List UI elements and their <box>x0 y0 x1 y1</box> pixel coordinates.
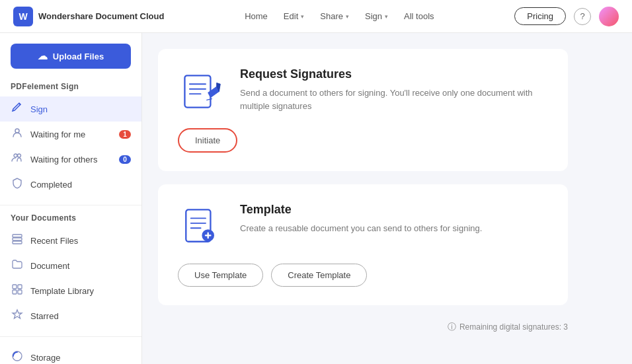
svg-point-10 <box>13 351 22 361</box>
svg-rect-5 <box>13 241 22 244</box>
star-icon <box>11 309 24 323</box>
sidebar-waiting-others-label: Waiting for others <box>30 155 97 164</box>
create-template-button[interactable]: Create Template <box>271 264 367 287</box>
header-right: Pricing ? <box>514 7 619 26</box>
sidebar-item-completed[interactable]: Completed <box>0 172 141 197</box>
request-signatures-icon-area <box>178 67 224 114</box>
sidebar-item-waiting-for-me[interactable]: Waiting for me 1 <box>0 122 141 147</box>
svg-rect-9 <box>18 290 22 294</box>
sidebar-starred-label: Starred <box>30 311 59 321</box>
svg-rect-3 <box>13 235 22 237</box>
content-footer: ⓘ Remaining digital signatures: 3 <box>158 318 568 333</box>
storage-icon <box>11 350 24 364</box>
brand-name: Wondershare Document Cloud <box>38 11 164 21</box>
sidebar-item-starred[interactable]: Starred <box>0 303 141 328</box>
recent-files-icon <box>11 233 24 248</box>
upload-icon: ☁ <box>38 50 48 62</box>
sidebar-divider-1 <box>0 205 141 205</box>
main-content: Request Signatures Send a document to ot… <box>142 33 632 364</box>
request-signatures-top: Request Signatures Send a document to ot… <box>178 67 548 114</box>
request-signatures-desc: Send a document to others for signing. Y… <box>240 87 548 112</box>
upload-files-button[interactable]: ☁ Upload Files <box>11 44 131 69</box>
sidebar-storage-label: Storage <box>30 353 61 363</box>
template-desc: Create a reusable document you can send … <box>240 222 548 235</box>
sign-icon <box>11 102 24 116</box>
request-signatures-actions: Initiate <box>178 128 548 153</box>
sidebar-template-library-label: Template Library <box>30 286 94 296</box>
request-signatures-title: Request Signatures <box>240 67 548 81</box>
template-title: Template <box>240 203 548 217</box>
info-icon: ⓘ <box>448 321 456 333</box>
sidebar: ☁ Upload Files PDFelement Sign Sign Wait… <box>0 33 142 364</box>
chevron-down-icon: ▾ <box>385 13 388 20</box>
template-actions: Use Template Create Template <box>178 264 548 287</box>
sidebar-item-document[interactable]: Document <box>0 253 141 278</box>
template-card: Template Create a reusable document you … <box>158 184 568 305</box>
svg-rect-6 <box>13 285 17 289</box>
brand-area: W Wondershare Document Cloud <box>13 7 164 26</box>
waiting-others-badge: 0 <box>119 155 131 164</box>
folder-icon <box>11 258 24 273</box>
sidebar-completed-label: Completed <box>30 180 72 190</box>
template-library-icon <box>11 283 24 298</box>
group-icon <box>11 152 24 166</box>
template-top: Template Create a reusable document you … <box>178 203 548 249</box>
help-icon[interactable]: ? <box>574 8 591 25</box>
svg-rect-11 <box>184 75 210 107</box>
request-signatures-card: Request Signatures Send a document to ot… <box>158 49 568 171</box>
waiting-me-badge: 1 <box>119 130 131 139</box>
your-documents-label: Your Documents <box>0 213 141 228</box>
shield-icon <box>11 177 24 192</box>
svg-rect-8 <box>13 290 17 294</box>
sidebar-item-template-library[interactable]: Template Library <box>0 278 141 303</box>
nav-sign[interactable]: Sign ▾ <box>365 11 388 21</box>
sidebar-recent-label: Recent Files <box>30 236 78 246</box>
sidebar-item-storage[interactable]: Storage <box>0 345 141 364</box>
sidebar-divider-2 <box>0 336 141 337</box>
sidebar-item-waiting-for-others[interactable]: Waiting for others 0 <box>0 147 141 172</box>
person-icon <box>11 127 24 141</box>
chevron-down-icon: ▾ <box>301 13 304 20</box>
remaining-signatures-text: Remaining digital signatures: 3 <box>459 322 568 332</box>
template-icon-area <box>178 203 224 249</box>
svg-point-1 <box>14 154 17 157</box>
svg-point-0 <box>15 129 19 133</box>
sidebar-item-recent-files[interactable]: Recent Files <box>0 228 141 253</box>
app-header: W Wondershare Document Cloud Home Edit ▾… <box>0 0 632 33</box>
sidebar-waiting-me-label: Waiting for me <box>30 129 85 139</box>
main-nav: Home Edit ▾ Share ▾ Sign ▾ All tools <box>245 11 434 21</box>
sidebar-document-label: Document <box>30 261 69 271</box>
sidebar-sign-label: Sign <box>30 104 48 114</box>
nav-all-tools[interactable]: All tools <box>404 11 434 21</box>
template-icon <box>180 205 223 248</box>
request-signatures-icon <box>180 69 223 112</box>
use-template-button[interactable]: Use Template <box>178 264 263 287</box>
sidebar-item-sign[interactable]: Sign <box>0 96 141 122</box>
svg-rect-4 <box>13 238 22 240</box>
main-layout: ☁ Upload Files PDFelement Sign Sign Wait… <box>0 33 632 364</box>
avatar[interactable] <box>599 7 619 26</box>
initiate-button[interactable]: Initiate <box>178 128 237 153</box>
chevron-down-icon: ▾ <box>346 13 349 20</box>
nav-home[interactable]: Home <box>245 11 268 21</box>
pdfelement-section-label: PDFelement Sign <box>0 82 141 96</box>
logo-icon: W <box>13 7 33 26</box>
svg-rect-7 <box>18 285 22 289</box>
request-signatures-text: Request Signatures Send a document to ot… <box>240 67 548 112</box>
svg-point-2 <box>18 154 21 157</box>
template-text: Template Create a reusable document you … <box>240 203 548 235</box>
pricing-button[interactable]: Pricing <box>514 7 566 25</box>
nav-edit[interactable]: Edit ▾ <box>284 11 304 21</box>
nav-share[interactable]: Share ▾ <box>320 11 349 21</box>
